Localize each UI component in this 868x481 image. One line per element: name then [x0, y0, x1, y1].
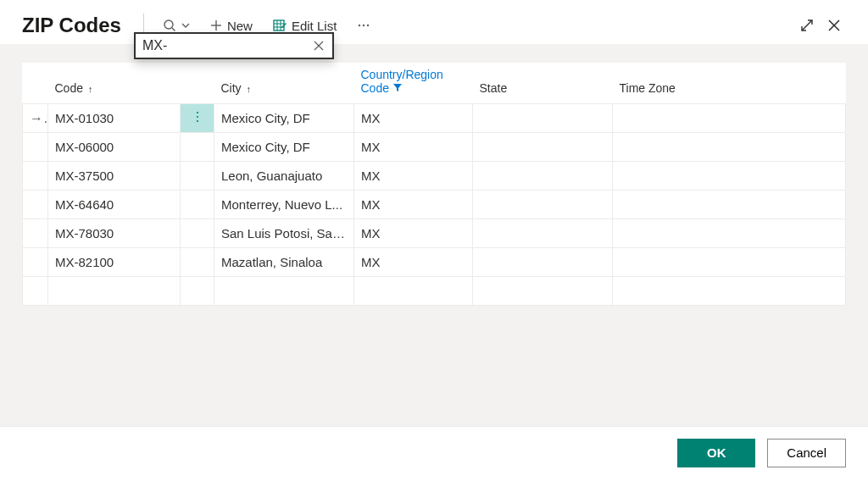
cell-state[interactable]	[473, 162, 613, 191]
expand-icon	[799, 18, 815, 33]
table-row[interactable]: MX-64640 Monterrey, Nuevo L... MX	[23, 191, 846, 219]
row-menu-button[interactable]	[181, 248, 214, 277]
row-indicator	[23, 248, 48, 277]
cell-code[interactable]: MX-01030	[48, 104, 181, 133]
cell-state[interactable]	[473, 104, 613, 133]
sort-asc-icon: ↑	[88, 84, 93, 94]
cell-city[interactable]	[214, 277, 354, 306]
svg-point-0	[164, 20, 173, 29]
row-menu-button[interactable]	[181, 277, 214, 306]
col-city-label: City	[221, 81, 242, 95]
search-input[interactable]	[142, 38, 312, 53]
row-indicator	[23, 133, 48, 162]
more-actions-button[interactable]	[348, 15, 379, 36]
row-indicator	[23, 191, 48, 219]
content-area: Code ↑ City ↑ Country/Region Code	[0, 44, 868, 478]
row-indicator: →	[23, 104, 48, 133]
cell-state[interactable]	[473, 248, 613, 277]
svg-marker-17	[393, 84, 402, 91]
row-menu-button[interactable]	[181, 162, 214, 191]
chevron-down-icon	[181, 21, 190, 30]
cell-city[interactable]: San Luis Potosi, San...	[214, 219, 354, 248]
plus-icon	[210, 19, 222, 31]
svg-line-1	[172, 28, 175, 31]
cell-state[interactable]	[473, 133, 613, 162]
col-timezone-label: Time Zone	[620, 81, 676, 95]
svg-point-19	[196, 116, 198, 118]
row-menu-button[interactable]	[181, 191, 214, 219]
filter-icon	[392, 82, 403, 92]
cell-code[interactable]: MX-82100	[48, 248, 181, 277]
table-row-empty[interactable]	[23, 277, 846, 306]
cell-code[interactable]: MX-06000	[48, 133, 181, 162]
cell-tz[interactable]	[613, 104, 846, 133]
search-box	[134, 32, 334, 59]
table-row[interactable]: → MX-01030 Mexico City, DF MX	[23, 104, 846, 133]
svg-point-18	[196, 112, 198, 113]
cell-code[interactable]: MX-64640	[48, 191, 181, 219]
x-icon	[313, 40, 325, 52]
row-indicator	[23, 162, 48, 191]
table-row[interactable]: MX-37500 Leon, Guanajuato MX	[23, 162, 846, 191]
cell-code[interactable]	[48, 277, 181, 306]
clear-search-button[interactable]	[312, 37, 326, 54]
cell-city[interactable]: Mexico City, DF	[214, 133, 354, 162]
cancel-button[interactable]: Cancel	[767, 439, 846, 467]
cell-tz[interactable]	[613, 248, 846, 277]
cell-state[interactable]	[473, 219, 613, 248]
row-indicator	[23, 219, 48, 248]
row-menu-button[interactable]	[181, 219, 214, 248]
cell-code[interactable]: MX-78030	[48, 219, 181, 248]
cell-country[interactable]: MX	[354, 104, 473, 133]
cell-tz[interactable]	[613, 191, 846, 219]
arrow-right-icon: →	[30, 111, 43, 126]
cell-country[interactable]: MX	[354, 248, 473, 277]
cell-state[interactable]	[473, 277, 613, 306]
cell-country[interactable]	[354, 277, 473, 306]
cell-tz[interactable]	[613, 277, 846, 306]
svg-line-12	[802, 20, 812, 30]
cell-city[interactable]: Mexico City, DF	[214, 104, 354, 133]
cell-tz[interactable]	[613, 162, 846, 191]
col-state[interactable]: State	[473, 63, 613, 104]
table-row[interactable]: MX-06000 Mexico City, DF MX	[23, 133, 846, 162]
close-icon	[826, 18, 842, 33]
table-header-row: Code ↑ City ↑ Country/Region Code	[23, 63, 846, 104]
table-row[interactable]: MX-82100 Mazatlan, Sinaloa MX	[23, 248, 846, 277]
col-code[interactable]: Code ↑	[48, 63, 181, 104]
close-button[interactable]	[822, 14, 846, 37]
svg-point-11	[367, 25, 369, 26]
svg-rect-4	[274, 20, 284, 30]
col-code-label: Code	[55, 81, 83, 95]
cell-tz[interactable]	[613, 219, 846, 248]
cell-country[interactable]: MX	[354, 162, 473, 191]
cell-state[interactable]	[473, 191, 613, 219]
cell-country[interactable]: MX	[354, 191, 473, 219]
new-label: New	[227, 19, 253, 33]
ok-button[interactable]: OK	[677, 439, 755, 467]
cell-city[interactable]: Monterrey, Nuevo L...	[214, 191, 354, 219]
page-title: ZIP Codes	[22, 14, 121, 37]
cell-city[interactable]: Leon, Guanajuato	[214, 162, 354, 191]
row-indicator	[23, 277, 48, 306]
row-menu-button[interactable]	[181, 104, 214, 133]
col-selector	[23, 63, 48, 104]
col-rowmenu	[181, 63, 214, 104]
col-city[interactable]: City ↑	[214, 63, 354, 104]
col-country[interactable]: Country/Region Code	[354, 63, 473, 104]
svg-point-20	[196, 120, 198, 122]
expand-button[interactable]	[795, 14, 819, 37]
svg-point-10	[363, 25, 364, 26]
cell-country[interactable]: MX	[354, 133, 473, 162]
cell-tz[interactable]	[613, 133, 846, 162]
sort-asc-icon: ↑	[247, 84, 252, 94]
cell-city[interactable]: Mazatlan, Sinaloa	[214, 248, 354, 277]
page-header: ZIP Codes New	[0, 0, 868, 44]
table-row[interactable]: MX-78030 San Luis Potosi, San... MX	[23, 219, 846, 248]
row-menu-button[interactable]	[181, 133, 214, 162]
cell-code[interactable]: MX-37500	[48, 162, 181, 191]
cell-country[interactable]: MX	[354, 219, 473, 248]
col-timezone[interactable]: Time Zone	[613, 63, 846, 104]
svg-point-9	[359, 25, 360, 26]
search-icon	[163, 19, 176, 32]
